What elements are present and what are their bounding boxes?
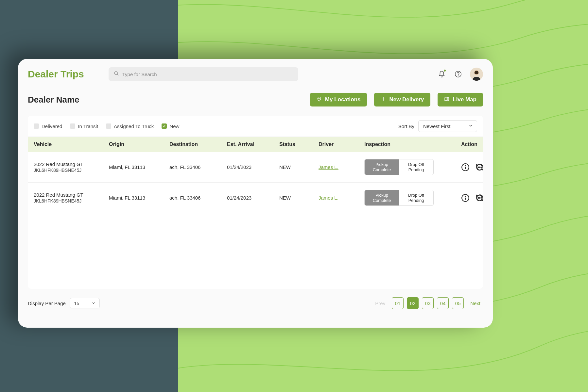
th-arrival: Est. Arrival <box>227 141 279 147</box>
page-title: Dealer Name <box>28 95 79 105</box>
per-page-value: 15 <box>74 301 79 306</box>
cell-action <box>459 163 483 172</box>
filter-assigned[interactable]: Assigned To Truck <box>106 123 154 129</box>
svg-point-6 <box>319 98 320 99</box>
live-map-button[interactable]: Live Map <box>438 93 483 106</box>
search-input[interactable] <box>122 72 293 77</box>
checkbox-icon <box>162 123 167 129</box>
sort-select[interactable]: Newest First <box>418 120 477 132</box>
svg-point-21 <box>478 198 479 198</box>
svg-line-1 <box>117 74 118 75</box>
cell-inspection: PickupComplete Drop OffPending <box>364 190 459 206</box>
driver-link[interactable]: James L. <box>319 195 338 201</box>
chevron-down-icon <box>92 301 95 306</box>
cell-inspection: PickupComplete Drop OffPending <box>364 159 459 175</box>
pickup-pill[interactable]: PickupComplete <box>365 159 399 175</box>
page-number[interactable]: 02 <box>407 297 419 309</box>
vehicle-vin: JKL6HFK89HBSNE45J <box>34 198 109 204</box>
checkbox-icon <box>34 123 39 129</box>
cell-arrival: 01/24/2023 <box>227 164 279 170</box>
info-icon[interactable] <box>461 194 470 202</box>
chat-icon[interactable] <box>476 194 483 202</box>
cell-status: NEW <box>279 164 319 170</box>
search-box[interactable] <box>109 67 298 81</box>
svg-marker-9 <box>445 97 449 101</box>
svg-point-3 <box>458 76 458 76</box>
cell-vehicle: 2022 Red Mustang GT JKL6HFK89HBSNE45J <box>34 161 109 173</box>
svg-point-14 <box>465 165 466 166</box>
svg-point-22 <box>479 198 480 198</box>
inspection-pills: PickupComplete Drop OffPending <box>364 190 434 206</box>
per-page-label: Display Per Page <box>28 301 66 306</box>
dropoff-pill[interactable]: Drop OffPending <box>399 190 433 205</box>
driver-link[interactable]: James L. <box>319 164 338 170</box>
svg-point-17 <box>481 167 481 168</box>
my-locations-button[interactable]: My Locations <box>310 93 367 106</box>
th-inspection: Inspection <box>364 141 459 147</box>
page-number[interactable]: 03 <box>422 297 434 309</box>
svg-point-20 <box>465 196 466 197</box>
filter-row: Delivered In Transit Assigned To Truck N… <box>28 116 483 137</box>
avatar[interactable] <box>470 68 483 81</box>
vehicle-vin: JKL6HFK89HBSNE45J <box>34 168 109 173</box>
cell-action <box>459 194 483 202</box>
cell-arrival: 01/24/2023 <box>227 195 279 201</box>
table-header: Vehicle Origin Destination Est. Arrival … <box>28 137 483 152</box>
table-body: 2022 Red Mustang GT JKL6HFK89HBSNE45J Mi… <box>28 152 483 213</box>
pin-icon <box>317 96 322 103</box>
svg-point-23 <box>481 198 481 198</box>
my-locations-label: My Locations <box>325 96 361 103</box>
page-number[interactable]: 01 <box>392 297 404 309</box>
pager: Prev 0102030405 Next <box>372 297 483 309</box>
new-delivery-label: New Delivery <box>389 96 424 103</box>
page-number[interactable]: 04 <box>437 297 449 309</box>
new-delivery-button[interactable]: New Delivery <box>374 93 430 106</box>
notifications-icon[interactable] <box>437 70 446 79</box>
page-number[interactable]: 05 <box>452 297 464 309</box>
filter-delivered[interactable]: Delivered <box>34 123 62 129</box>
cell-status: NEW <box>279 195 319 201</box>
th-destination: Destination <box>169 141 227 147</box>
table-panel: Delivered In Transit Assigned To Truck N… <box>28 116 483 289</box>
live-map-label: Live Map <box>453 96 476 103</box>
chat-icon[interactable] <box>476 163 483 172</box>
th-driver: Driver <box>319 141 364 147</box>
svg-point-16 <box>479 167 480 168</box>
search-icon <box>114 71 119 77</box>
per-page-select[interactable]: 15 <box>70 298 100 308</box>
vehicle-name: 2022 Red Mustang GT <box>34 192 109 198</box>
checkbox-icon <box>70 123 75 129</box>
dropoff-pill[interactable]: Drop OffPending <box>399 159 433 175</box>
pickup-pill[interactable]: PickupComplete <box>365 190 399 205</box>
map-icon <box>444 96 449 103</box>
cell-driver: James L. <box>319 195 364 201</box>
help-icon[interactable] <box>454 70 463 79</box>
sort-by-label: Sort By <box>398 123 414 129</box>
cell-vehicle: 2022 Red Mustang GT JKL6HFK89HBSNE45J <box>34 192 109 204</box>
page-bar: Dealer Name My Locations New Delivery Li… <box>28 87 483 116</box>
info-icon[interactable] <box>461 163 470 172</box>
app-title: Dealer Trips <box>28 69 84 80</box>
action-buttons: My Locations New Delivery Live Map <box>310 93 483 106</box>
cell-origin: Miami, FL 33113 <box>109 164 169 170</box>
prev-button[interactable]: Prev <box>372 301 388 306</box>
filter-new[interactable]: New <box>162 123 179 129</box>
filter-new-label: New <box>169 123 179 129</box>
inspection-pills: PickupComplete Drop OffPending <box>364 159 434 175</box>
cell-driver: James L. <box>319 164 364 170</box>
th-origin: Origin <box>109 141 169 147</box>
filter-in-transit[interactable]: In Transit <box>70 123 98 129</box>
th-vehicle: Vehicle <box>34 141 109 147</box>
footer: Display Per Page 15 Prev 0102030405 Next <box>28 289 483 309</box>
next-button[interactable]: Next <box>468 301 483 306</box>
table-row: 2022 Red Mustang GT JKL6HFK89HBSNE45J Mi… <box>28 152 483 183</box>
plus-icon <box>381 96 386 103</box>
per-page: Display Per Page 15 <box>28 298 100 308</box>
app-card: Dealer Trips Dealer Name <box>18 59 493 328</box>
cell-destination: ach, FL 33406 <box>169 195 227 201</box>
chevron-down-icon <box>468 123 473 129</box>
filter-delivered-label: Delivered <box>42 123 62 129</box>
header-icons <box>437 68 483 81</box>
filter-in-transit-label: In Transit <box>78 123 98 129</box>
table-row: 2022 Red Mustang GT JKL6HFK89HBSNE45J Mi… <box>28 183 483 213</box>
